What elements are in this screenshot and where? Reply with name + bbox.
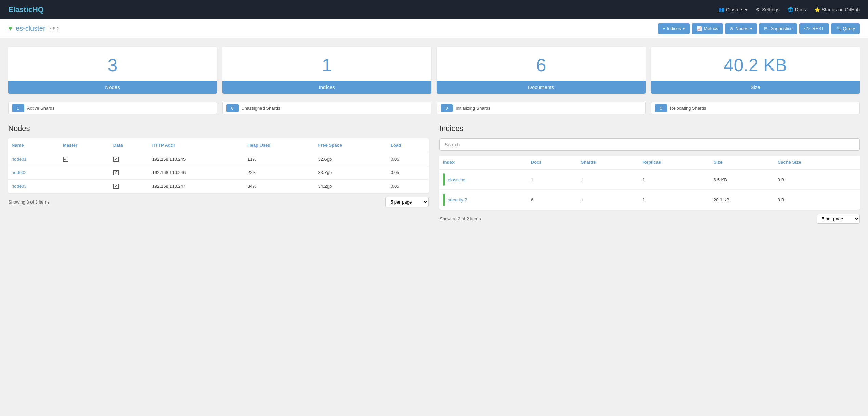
nodes-table-body: node01 192.168.110.245 11% 32.6gb 0.05 n… bbox=[8, 152, 429, 193]
node-load: 0.05 bbox=[387, 152, 429, 166]
index-size: 20.1 KB bbox=[710, 190, 774, 210]
node-name-link[interactable]: node03 bbox=[12, 184, 26, 189]
node-http: 192.168.110.245 bbox=[149, 152, 244, 166]
indices-table-body: .elastichq 1 1 1 6.5 KB 0 B .security-7 … bbox=[439, 169, 860, 210]
indices-table: Index Docs Shards Replicas Size Cache Si… bbox=[439, 156, 860, 210]
relocating-shards: 0 Relocating Shards bbox=[651, 102, 860, 114]
diagnostics-icon: ⊞ bbox=[764, 26, 768, 31]
index-size: 6.5 KB bbox=[710, 169, 774, 190]
cluster-bar: ♥ es-cluster 7.6.2 ≡ Indices ▾ 📈 Metrics… bbox=[0, 19, 868, 38]
node-load: 0.05 bbox=[387, 166, 429, 180]
nodes-table: Name Master Data HTTP Addr Heap Used Fre… bbox=[8, 138, 429, 193]
index-docs: 1 bbox=[527, 169, 577, 190]
relocating-shards-count: 0 bbox=[655, 104, 667, 112]
node-free: 34.2gb bbox=[315, 180, 387, 193]
node-heap: 22% bbox=[244, 166, 315, 180]
index-shards: 1 bbox=[577, 190, 639, 210]
index-name-cell: .security-7 bbox=[439, 190, 527, 210]
indices-section-title: Indices bbox=[439, 124, 860, 133]
nodes-showing: Showing 3 of 3 items bbox=[8, 199, 50, 205]
col-name: Name bbox=[8, 138, 60, 152]
node-master bbox=[60, 152, 110, 166]
nodes-dropdown-icon: ▾ bbox=[750, 26, 752, 31]
cluster-health-icon: ♥ bbox=[8, 25, 12, 33]
col-free: Free Space bbox=[315, 138, 387, 152]
index-status-bar bbox=[443, 173, 445, 186]
nodes-header-row: Name Master Data HTTP Addr Heap Used Fre… bbox=[8, 138, 429, 152]
brand-suffix: HQ bbox=[33, 5, 44, 14]
nav-metrics-btn[interactable]: 📈 Metrics bbox=[692, 23, 723, 34]
indices-header-row: Index Docs Shards Replicas Size Cache Si… bbox=[439, 156, 860, 169]
node-data bbox=[110, 152, 149, 166]
node-master bbox=[60, 166, 110, 180]
col-http: HTTP Addr bbox=[149, 138, 244, 152]
cluster-name: es-cluster bbox=[16, 25, 46, 33]
documents-value: 6 bbox=[437, 47, 646, 81]
node-name-link[interactable]: node02 bbox=[12, 170, 26, 175]
index-replicas: 1 bbox=[639, 169, 710, 190]
indices-footer: Showing 2 of 2 items 5 per page 10 per p… bbox=[439, 214, 860, 224]
indices-search-input[interactable] bbox=[439, 138, 860, 151]
size-label: Size bbox=[651, 81, 860, 94]
unassigned-shards-count: 0 bbox=[226, 104, 239, 112]
index-name-link[interactable]: .security-7 bbox=[447, 197, 467, 203]
table-row: node01 192.168.110.245 11% 32.6gb 0.05 bbox=[8, 152, 429, 166]
nodes-per-page[interactable]: 5 per page 10 per page 25 per page bbox=[385, 197, 429, 207]
index-name-cell: .elastichq bbox=[439, 169, 527, 190]
nav-settings[interactable]: ⚙ Settings bbox=[756, 7, 779, 12]
node-free: 32.6gb bbox=[315, 152, 387, 166]
indices-dropdown-icon: ▾ bbox=[682, 26, 685, 31]
nav-diagnostics-btn[interactable]: ⊞ Diagnostics bbox=[759, 23, 797, 34]
nav-docs[interactable]: 🌐 Docs bbox=[788, 7, 806, 12]
stat-size: 40.2 KB Size bbox=[651, 47, 860, 94]
navbar-links: 👥 Clusters ▾ ⚙ Settings 🌐 Docs ⭐ Star us… bbox=[718, 7, 860, 12]
nav-nodes-btn[interactable]: ⊙ Nodes ▾ bbox=[725, 23, 757, 34]
node-http: 192.168.110.247 bbox=[149, 180, 244, 193]
brand-logo[interactable]: ElasticHQ bbox=[8, 5, 44, 14]
index-status-bar bbox=[443, 194, 445, 206]
active-shards-label: Active Shards bbox=[27, 106, 54, 111]
cluster-nav: ≡ Indices ▾ 📈 Metrics ⊙ Nodes ▾ ⊞ Diagno… bbox=[658, 23, 860, 34]
table-row: node02 192.168.110.246 22% 33.7gb 0.05 bbox=[8, 166, 429, 180]
indices-showing: Showing 2 of 2 items bbox=[439, 216, 481, 221]
nodes-label: Nodes bbox=[8, 81, 217, 94]
unassigned-shards-label: Unassigned Shards bbox=[241, 106, 280, 111]
indices-per-page[interactable]: 5 per page 10 per page 25 per page bbox=[817, 214, 860, 224]
nodes-table-container: Name Master Data HTTP Addr Heap Used Fre… bbox=[8, 138, 429, 193]
indices-value: 1 bbox=[222, 47, 431, 81]
node-name-link[interactable]: node01 bbox=[12, 157, 26, 162]
col-load: Load bbox=[387, 138, 429, 152]
clusters-icon: 👥 bbox=[718, 7, 724, 12]
node-master bbox=[60, 180, 110, 193]
docs-icon: 🌐 bbox=[788, 7, 793, 12]
indices-table-head: Index Docs Shards Replicas Size Cache Si… bbox=[439, 156, 860, 169]
cluster-version: 7.6.2 bbox=[49, 26, 60, 32]
nav-clusters[interactable]: 👥 Clusters ▾ bbox=[718, 7, 748, 12]
nav-query-btn[interactable]: 🔍 Query bbox=[831, 23, 860, 34]
idx-col-size: Size bbox=[710, 156, 774, 169]
master-checked-icon bbox=[63, 157, 68, 162]
dropdown-arrow-icon: ▾ bbox=[745, 7, 748, 12]
github-icon: ⭐ bbox=[814, 7, 820, 12]
index-docs: 6 bbox=[527, 190, 577, 210]
table-row: .elastichq 1 1 1 6.5 KB 0 B bbox=[439, 169, 860, 190]
idx-col-docs: Docs bbox=[527, 156, 577, 169]
nav-github[interactable]: ⭐ Star us on GitHub bbox=[814, 7, 860, 12]
nodes-section: Nodes Name Master Data HTTP Addr Heap Us… bbox=[8, 124, 429, 224]
node-name: node01 bbox=[8, 152, 60, 166]
data-checked-icon bbox=[113, 170, 119, 175]
initializing-shards-label: Initializing Shards bbox=[456, 106, 490, 111]
stat-documents: 6 Documents bbox=[437, 47, 646, 94]
size-value: 40.2 KB bbox=[651, 47, 860, 81]
stats-row: 3 Nodes 1 Indices 6 Documents 40.2 KB Si… bbox=[8, 47, 860, 94]
table-row: node03 192.168.110.247 34% 34.2gb 0.05 bbox=[8, 180, 429, 193]
data-checked-icon bbox=[113, 184, 119, 189]
nav-rest-btn[interactable]: </> REST bbox=[799, 23, 829, 34]
shards-row: 1 Active Shards 0 Unassigned Shards 0 In… bbox=[8, 102, 860, 114]
two-col-layout: Nodes Name Master Data HTTP Addr Heap Us… bbox=[8, 124, 860, 224]
indices-label: Indices bbox=[222, 81, 431, 94]
node-data bbox=[110, 166, 149, 180]
index-name-link[interactable]: .elastichq bbox=[447, 177, 465, 182]
nav-indices-btn[interactable]: ≡ Indices ▾ bbox=[658, 23, 690, 34]
col-master: Master bbox=[60, 138, 110, 152]
